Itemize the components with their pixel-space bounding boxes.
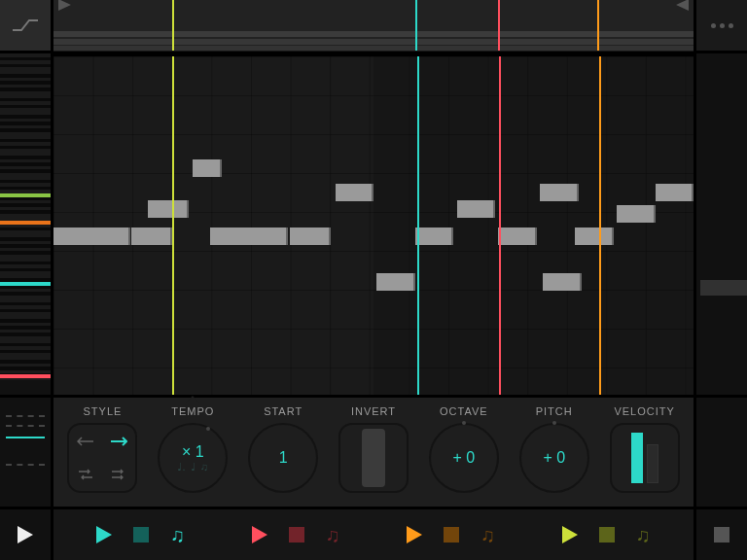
track-notes-icon[interactable]: ♫ (480, 524, 495, 546)
note-grid[interactable] (53, 53, 694, 395)
midi-note[interactable] (656, 184, 694, 201)
master-play[interactable] (0, 507, 53, 560)
midi-note[interactable] (457, 200, 495, 218)
play-icon (18, 526, 33, 543)
velocity-box[interactable] (610, 423, 680, 493)
control-start[interactable]: START 1 (238, 405, 329, 503)
corner-top-left (0, 0, 53, 53)
grid-playhead[interactable] (172, 56, 174, 395)
overview-forward-icon[interactable] (57, 0, 73, 12)
piano-marker (0, 374, 51, 378)
active-control-pointer (186, 396, 199, 403)
transport-bar: ♫♫♫♫ (53, 507, 694, 560)
velocity-bar (631, 433, 643, 483)
velocity-ghost (647, 444, 658, 483)
start-value: 1 (279, 449, 288, 467)
right-column (694, 53, 747, 395)
grid-playhead[interactable] (499, 56, 501, 395)
octave-value: + 0 (453, 449, 476, 467)
piano-marker (0, 193, 51, 197)
grid-playhead[interactable] (599, 56, 601, 395)
control-label: START (264, 405, 302, 417)
track-transport-3: ♫ (407, 524, 495, 546)
track-transport-1: ♫ (96, 524, 185, 546)
control-octave[interactable]: OCTAVE + 0 (418, 405, 509, 503)
piano-roll-keys[interactable] (0, 53, 53, 395)
midi-note[interactable] (498, 228, 536, 245)
overview-playhead (415, 0, 417, 51)
track-stop-icon[interactable] (289, 527, 304, 542)
track-notes-icon[interactable]: ♫ (636, 524, 651, 546)
right-marker (700, 280, 747, 296)
track-play-icon[interactable] (252, 526, 267, 543)
track-transport-2: ♫ (252, 524, 340, 546)
track-stop-icon[interactable] (133, 527, 149, 542)
control-label: TEMPO (171, 405, 214, 417)
track-transport-4: ♫ (562, 524, 651, 546)
midi-note[interactable] (575, 228, 613, 245)
midi-note[interactable] (131, 228, 171, 245)
octave-knob[interactable]: + 0 (429, 423, 499, 493)
track-play-icon[interactable] (562, 526, 578, 543)
control-velocity[interactable]: VELOCITY (599, 405, 690, 503)
control-label: VELOCITY (614, 405, 674, 417)
track-stop-icon[interactable] (599, 527, 615, 542)
grid-half-shade (374, 56, 694, 395)
pitch-knob[interactable]: + 0 (519, 423, 589, 493)
start-knob[interactable]: 1 (248, 423, 318, 493)
slope-icon (12, 18, 39, 33)
control-pitch[interactable]: PITCH + 0 (509, 405, 599, 503)
midi-note[interactable] (617, 205, 655, 223)
master-stop[interactable] (694, 507, 747, 560)
midi-note[interactable] (376, 273, 414, 291)
control-style[interactable]: STYLE (57, 405, 148, 503)
track-play-icon[interactable] (96, 526, 112, 543)
track-notes-icon[interactable]: ♫ (170, 524, 185, 546)
overview-playhead (597, 0, 599, 51)
track-stop-icon[interactable] (444, 527, 459, 542)
pitch-value: + 0 (543, 449, 565, 467)
overview-strip[interactable] (53, 0, 694, 53)
control-tempo[interactable]: TEMPO × 1 ♩. ♩ ♫ (148, 405, 238, 503)
control-invert[interactable]: INVERT (329, 405, 419, 503)
midi-note[interactable] (540, 184, 578, 201)
control-label: PITCH (536, 405, 573, 417)
overview-backward-icon[interactable] (674, 0, 690, 12)
tempo-sub: ♩. ♩ ♫ (177, 462, 209, 472)
overview-playhead (172, 0, 174, 51)
style-selector[interactable] (67, 423, 137, 493)
midi-note[interactable] (415, 228, 453, 245)
tempo-value: × 1 (182, 444, 204, 460)
controls-left-gutter (0, 395, 53, 507)
invert-slider[interactable] (338, 423, 409, 493)
controls-strip: STYLE TEMPO × 1 ♩. ♩ ♫ START 1 (53, 395, 694, 507)
midi-note[interactable] (336, 184, 374, 201)
midi-note[interactable] (543, 273, 581, 291)
midi-note[interactable] (193, 159, 222, 177)
tempo-knob[interactable]: × 1 ♩. ♩ ♫ (158, 423, 228, 493)
stop-icon (714, 527, 729, 542)
midi-note[interactable] (210, 228, 288, 245)
overview-playhead (498, 0, 500, 51)
control-label: OCTAVE (440, 405, 488, 417)
midi-note[interactable] (148, 200, 188, 218)
piano-marker (0, 282, 51, 286)
grid-playhead[interactable] (417, 56, 419, 395)
control-label: STYLE (84, 405, 123, 417)
piano-marker (0, 221, 51, 225)
control-label: INVERT (351, 405, 396, 417)
track-notes-icon[interactable]: ♫ (326, 524, 340, 546)
midi-note[interactable] (53, 228, 130, 245)
track-play-icon[interactable] (407, 526, 422, 543)
more-menu[interactable] (694, 0, 747, 53)
midi-note[interactable] (290, 228, 330, 245)
controls-right-gutter (694, 395, 747, 507)
